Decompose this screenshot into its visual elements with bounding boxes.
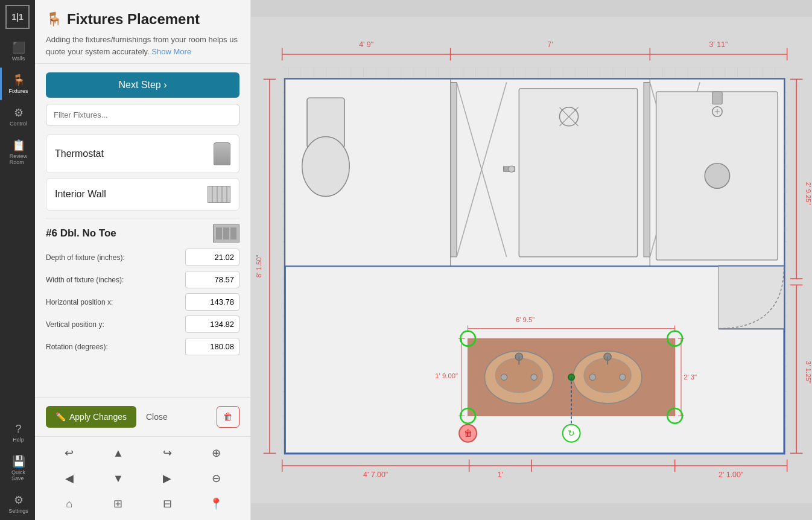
panel-header: 🪑 Fixtures Placement Adding the fixtures…	[35, 0, 250, 64]
cabinet-preview-icon	[213, 224, 239, 243]
depth-label: Depth of fixture (inches):	[46, 253, 185, 262]
move-up-button[interactable]: ▲	[95, 442, 141, 465]
undo-button[interactable]: ↩	[46, 442, 92, 465]
svg-text:2' 3": 2' 3"	[684, 373, 697, 381]
svg-text:🗑: 🗑	[464, 428, 472, 438]
depth-row: Depth of fixture (inches):	[46, 249, 239, 266]
filter-fixtures-input[interactable]	[46, 104, 239, 126]
apply-changes-button[interactable]: ✏️ Apply Changes	[46, 406, 136, 428]
svg-point-51	[705, 163, 729, 188]
thermostat-icon	[214, 142, 230, 165]
sidebar-item-walls[interactable]: ⬛ Walls	[0, 35, 35, 68]
pos-y-input[interactable]	[185, 315, 239, 333]
bottom-toolbar: ↩ ▲ ↪ ⊕ ◀ ▼ ▶ ⊖ ⌂ ⊞ ⊟ 📍	[35, 436, 250, 520]
rotation-row: Rotation (degrees):	[46, 338, 239, 355]
action-bar: ✏️ Apply Changes Close 🗑	[35, 397, 250, 436]
thermostat-fixture-item[interactable]: Thermostat	[46, 135, 239, 173]
right-panel: 🪑 Fixtures Placement Adding the fixtures…	[35, 0, 251, 520]
svg-text:2' 1.00": 2' 1.00"	[718, 471, 743, 479]
pin-button[interactable]: 📍	[193, 492, 239, 515]
wall-icon	[208, 186, 230, 203]
sidebar-item-control[interactable]: ⚙ Control	[0, 100, 35, 133]
redo-button[interactable]: ↪	[144, 442, 191, 465]
rotation-label: Rotation (degrees):	[46, 343, 185, 351]
sidebar-item-fixtures[interactable]: 🪑 Fixtures	[0, 68, 35, 100]
settings-icon: ⚙	[14, 493, 24, 507]
width-input[interactable]	[185, 271, 239, 288]
svg-point-74	[501, 374, 507, 380]
sidebar-item-quicksave[interactable]: 💾 QuickSave	[0, 449, 35, 487]
selected-fixture-header: #6 Dbl. No Toe	[46, 224, 239, 243]
svg-point-80	[589, 374, 595, 380]
svg-rect-52	[712, 92, 723, 104]
sidebar-item-settings[interactable]: ⚙ Settings	[0, 487, 35, 520]
home-button[interactable]: ⌂	[46, 492, 92, 515]
rotation-input[interactable]	[185, 338, 239, 355]
interior-wall-label: Interior Wall	[55, 189, 106, 200]
panel-title-icon: 🪑	[46, 11, 62, 27]
pos-y-label: Vertical position y:	[46, 320, 185, 329]
svg-point-37	[302, 136, 350, 196]
quicksave-icon: 💾	[12, 455, 25, 468]
svg-point-49	[509, 166, 515, 172]
close-button[interactable]: Close	[141, 406, 173, 428]
pos-y-row: Vertical position y:	[46, 315, 239, 333]
sidebar-label-review: ReviewRoom	[10, 153, 28, 165]
sidebar-label-control: Control	[10, 121, 27, 127]
zoom-in-button[interactable]: ⊕	[193, 442, 239, 465]
interior-wall-fixture-item[interactable]: Interior Wall	[46, 178, 239, 211]
icon-sidebar: 1|1 ⬛ Walls 🪑 Fixtures ⚙ Control 📋 Revie…	[0, 0, 35, 520]
depth-input[interactable]	[185, 249, 239, 266]
review-icon: 📋	[12, 139, 25, 152]
svg-text:7': 7'	[547, 40, 553, 49]
next-step-button[interactable]: Next Step ›	[46, 72, 239, 98]
app-logo: 1|1	[5, 5, 30, 29]
svg-text:↻: ↻	[568, 428, 575, 438]
svg-text:4' 7.00": 4' 7.00"	[363, 471, 388, 479]
grid-button[interactable]: ⊞	[95, 492, 141, 515]
canvas-area[interactable]: 4' 9" 7' 3' 11" 2' 9.25" 3' 1.25" 8' 1.5…	[251, 0, 812, 520]
help-icon: ?	[15, 423, 21, 436]
pos-x-row: Horizontal position x:	[46, 293, 239, 311]
svg-text:3' 1.25": 3' 1.25"	[805, 361, 812, 384]
svg-rect-41	[644, 83, 650, 257]
delete-button[interactable]: 🗑	[217, 406, 239, 428]
svg-text:1' 9.00": 1' 9.00"	[435, 372, 458, 379]
svg-point-81	[620, 374, 626, 380]
panel-description: Adding the fixtures/furnishings from you…	[46, 34, 239, 57]
apply-icon: ✏️	[56, 412, 66, 422]
move-down-button[interactable]: ▼	[95, 467, 141, 490]
floor-plan-svg: 4' 9" 7' 3' 11" 2' 9.25" 3' 1.25" 8' 1.5…	[251, 0, 812, 520]
sidebar-label-help: Help	[13, 437, 24, 443]
sidebar-label-quicksave: QuickSave	[11, 469, 25, 481]
sidebar-label-fixtures: Fixtures	[8, 88, 28, 94]
fixtures-icon: 🪑	[12, 74, 25, 87]
width-label: Width of fixture (inches):	[46, 276, 185, 284]
separator	[46, 218, 239, 218]
svg-rect-38	[451, 83, 457, 257]
thermostat-label: Thermostat	[55, 148, 104, 159]
svg-text:8' 1.50": 8' 1.50"	[255, 255, 262, 277]
sidebar-label-walls: Walls	[12, 55, 25, 62]
svg-text:6' 9.5": 6' 9.5"	[516, 316, 534, 323]
width-row: Width of fixture (inches):	[46, 271, 239, 288]
panel-title-row: 🪑 Fixtures Placement	[46, 11, 239, 28]
zoom-out-button[interactable]: ⊖	[193, 467, 239, 490]
svg-rect-56	[718, 266, 784, 328]
sidebar-label-settings: Settings	[8, 508, 28, 514]
svg-text:4' 9": 4' 9"	[359, 40, 373, 49]
show-more-link[interactable]: Show More	[151, 47, 191, 56]
pos-x-label: Horizontal position x:	[46, 298, 185, 306]
pos-x-input[interactable]	[185, 293, 239, 311]
svg-point-75	[531, 374, 537, 380]
sidebar-item-review[interactable]: 📋 ReviewRoom	[0, 133, 35, 171]
walls-icon: ⬛	[12, 41, 25, 54]
panel-title: Fixtures Placement	[67, 11, 200, 28]
move-right-button[interactable]: ▶	[144, 467, 191, 490]
svg-text:3' 11": 3' 11"	[709, 40, 728, 49]
sidebar-item-help[interactable]: ? Help	[0, 417, 35, 449]
svg-text:1': 1'	[498, 471, 503, 479]
move-left-button[interactable]: ◀	[46, 467, 92, 490]
svg-text:2' 9.25": 2' 9.25"	[805, 182, 812, 205]
table-button[interactable]: ⊟	[144, 492, 191, 515]
